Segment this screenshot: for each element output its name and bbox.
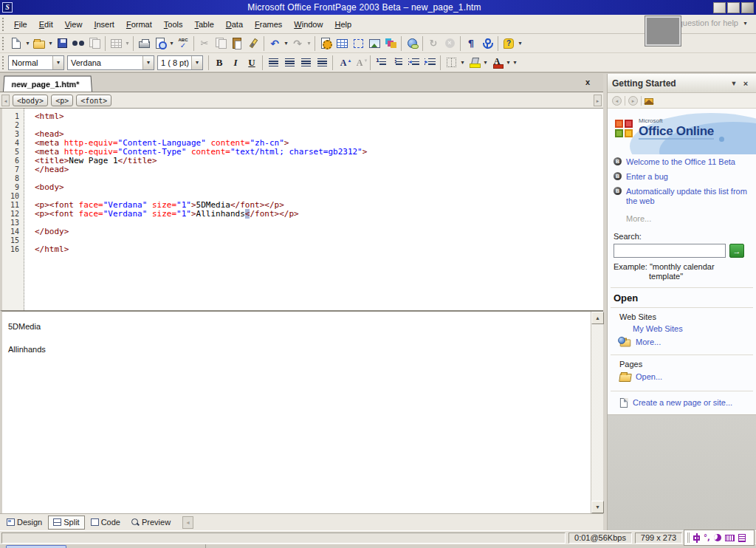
undo-dropdown[interactable]: ▾ — [283, 40, 289, 47]
search-input[interactable] — [614, 244, 726, 258]
toolbar-options-button[interactable]: ▾ — [512, 59, 518, 66]
create-new-link[interactable]: Create a new page or site... — [633, 398, 732, 408]
insert-hyperlink-button[interactable] — [404, 35, 420, 52]
toolbar-grip[interactable] — [2, 37, 6, 50]
menu-data[interactable]: Data — [220, 17, 249, 32]
numbered-list-button[interactable] — [373, 55, 389, 71]
insert-clipart-button[interactable] — [382, 35, 399, 52]
search-go-button[interactable]: → — [729, 244, 744, 258]
justify-button[interactable] — [314, 55, 330, 71]
align-left-button[interactable] — [265, 55, 281, 71]
copy-button[interactable] — [213, 35, 229, 52]
scroll-down-arrow[interactable]: ▼ — [591, 501, 604, 513]
insert-web-component-button[interactable] — [317, 35, 334, 52]
ime-punctuation-icon[interactable] — [714, 534, 721, 541]
spelling-button[interactable] — [175, 35, 191, 52]
toggle-pane-button[interactable] — [108, 35, 124, 52]
decrease-font-size-button[interactable]: A — [351, 55, 368, 71]
scroll-up-arrow[interactable]: ▲ — [591, 312, 604, 324]
minimize-button[interactable] — [713, 2, 726, 13]
menu-view[interactable]: View — [59, 17, 89, 32]
ime-chinese-mode-icon[interactable] — [693, 535, 700, 541]
font-dropdown[interactable]: ▾ — [142, 56, 154, 69]
toolbar-grip[interactable] — [2, 56, 6, 69]
underline-button[interactable]: U — [244, 55, 260, 71]
document-tab[interactable]: new_page_1.htm* — [3, 76, 92, 92]
menu-help[interactable]: Help — [329, 17, 357, 32]
menu-format[interactable]: Format — [120, 17, 158, 32]
print-button[interactable] — [136, 35, 152, 52]
font-color-dropdown[interactable]: ▾ — [505, 59, 512, 66]
menu-edit[interactable]: Edit — [33, 17, 59, 32]
insert-layer-button[interactable] — [350, 35, 366, 52]
insert-picture-button[interactable] — [366, 35, 382, 52]
stop-button[interactable]: × — [441, 35, 458, 52]
font-color-button[interactable]: A — [489, 55, 505, 71]
web-sites-more-item[interactable]: More... — [608, 335, 756, 349]
preview-in-browser-button[interactable] — [152, 35, 168, 52]
taskbar-button-edge[interactable] — [6, 545, 66, 548]
design-vertical-scrollbar[interactable]: ▲ ▼ — [591, 312, 603, 513]
font-size-dropdown[interactable]: ▾ — [191, 56, 202, 69]
new-page-button[interactable] — [8, 35, 24, 52]
bullet-list-button[interactable] — [389, 55, 405, 71]
find-button[interactable] — [70, 35, 86, 52]
highlight-color-button[interactable] — [466, 55, 482, 71]
borders-button[interactable] — [443, 55, 459, 71]
toolbar-options-button[interactable]: ▾ — [517, 40, 523, 47]
task-pane-link[interactable]: Automatically update this list from the … — [626, 187, 750, 206]
help-button[interactable]: ? — [501, 35, 517, 52]
redo-dropdown[interactable]: ▾ — [306, 40, 312, 47]
ime-menu-icon[interactable] — [738, 534, 746, 542]
decrease-indent-button[interactable] — [405, 55, 422, 71]
web-sites-more-link[interactable]: More... — [636, 338, 661, 347]
new-page-dropdown[interactable]: ▾ — [24, 40, 31, 47]
ime-keyboard-icon[interactable] — [725, 535, 735, 541]
view-bar-scroll-left[interactable]: ◂ — [182, 516, 193, 529]
font-combobox[interactable]: Verdana ▾ — [67, 55, 154, 70]
italic-button[interactable]: I — [227, 55, 244, 71]
quick-tag-scroll-left[interactable]: ◂ — [1, 95, 10, 106]
my-web-sites-link[interactable]: My Web Sites — [633, 324, 683, 334]
design-paragraph[interactable]: Allinhands — [8, 345, 603, 355]
format-painter-button[interactable] — [245, 35, 261, 52]
show-all-button[interactable] — [463, 35, 479, 52]
menu-window[interactable]: Window — [288, 17, 329, 32]
toolbar-grip[interactable] — [2, 18, 6, 31]
align-center-button[interactable] — [281, 55, 298, 71]
preview-in-browser-dropdown[interactable]: ▾ — [168, 40, 175, 47]
style-combobox[interactable]: Normal ▾ — [8, 55, 64, 70]
toggle-pane-dropdown[interactable]: ▾ — [124, 40, 131, 47]
maximize-button[interactable] — [727, 2, 740, 13]
quick-tag-font[interactable]: <font> — [76, 95, 111, 106]
redo-button[interactable] — [289, 35, 306, 52]
create-new-item[interactable]: Create a new page or site... — [608, 391, 756, 410]
task-pane-link[interactable]: Welcome to the Office 11 Beta — [626, 157, 735, 167]
close-button[interactable] — [741, 2, 754, 13]
open-page-link[interactable]: Open... — [636, 372, 662, 382]
home-button[interactable] — [645, 98, 653, 105]
menu-tools[interactable]: Tools — [158, 17, 189, 32]
preview-view-tab[interactable]: Preview — [126, 516, 176, 530]
publish-site-button[interactable] — [86, 35, 103, 52]
insert-table-button[interactable] — [334, 35, 350, 52]
ime-width-mode-icon[interactable]: °, — [704, 534, 710, 541]
ime-drag-handle[interactable] — [687, 532, 690, 543]
paste-button[interactable] — [229, 35, 245, 52]
highlight-dropdown[interactable]: ▾ — [482, 59, 489, 66]
increase-font-size-button[interactable]: A — [335, 55, 351, 71]
split-view-tab[interactable]: Split — [48, 516, 84, 530]
bookmark-button[interactable] — [479, 35, 495, 52]
task-pane-menu-chevron[interactable]: ▼ — [728, 80, 740, 87]
forward-button[interactable]: ▸ — [628, 96, 638, 106]
menu-insert[interactable]: Insert — [88, 17, 120, 32]
quick-tag-body[interactable]: <body> — [13, 95, 48, 106]
menu-table[interactable]: Table — [188, 17, 219, 32]
quick-tag-scroll-right[interactable]: ▸ — [594, 95, 602, 106]
cut-button[interactable] — [196, 35, 213, 52]
open-page-item[interactable]: Open... — [608, 370, 756, 383]
tab-close-button[interactable]: x — [583, 77, 593, 87]
quick-tag-p[interactable]: <p> — [51, 95, 73, 106]
code-view[interactable]: 1<html>23<head>4<meta http-equiv="Conten… — [0, 109, 603, 310]
font-size-combobox[interactable]: 1 ( 8 pt) ▾ — [157, 55, 203, 70]
